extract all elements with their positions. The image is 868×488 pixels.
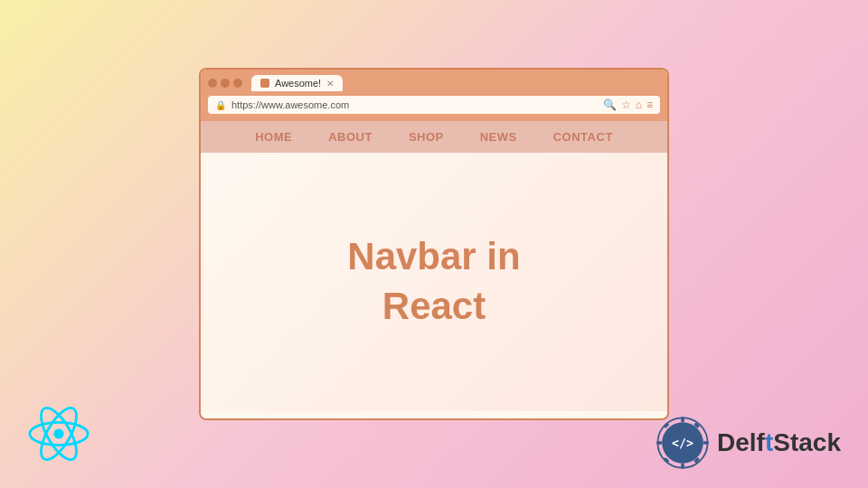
title-line2: React [382,285,486,327]
ribbon-left-fold [199,153,201,164]
delft-brand-stack: Stack [773,428,841,456]
delft-icon: </> [656,416,710,470]
browser-tab[interactable]: Awesome! ✕ [251,75,343,91]
svg-rect-6 [681,417,684,422]
ribbon-right-fold [667,153,669,164]
menu-icon[interactable]: ≡ [646,99,653,111]
svg-rect-10 [664,422,670,428]
nav-item-news[interactable]: NEWS [480,130,517,144]
nav-item-shop[interactable]: SHOP [409,130,444,144]
svg-rect-9 [703,441,709,445]
browser-dots [208,79,242,88]
home-icon[interactable]: ⌂ [636,99,642,111]
address-favicon-icon: 🔒 [215,100,226,110]
browser-content: Navbar in React [201,153,667,411]
star-icon[interactable]: ☆ [621,99,631,111]
svg-rect-12 [664,457,670,464]
navbar-ribbon: HOME ABOUT SHOP NEWS CONTACT [201,121,667,153]
nav-item-about[interactable]: ABOUT [328,130,373,144]
svg-text:</>: </> [672,436,693,450]
nav-items: HOME ABOUT SHOP NEWS CONTACT [255,130,613,144]
react-logo [27,402,90,465]
dot-green [233,79,242,88]
address-bar-icons: 🔍 ☆ ⌂ ≡ [603,99,653,111]
title-line1: Navbar in [347,235,520,277]
tab-close-icon[interactable]: ✕ [326,79,334,89]
svg-rect-8 [656,441,662,445]
browser-chrome: Awesome! ✕ 🔒 https://www.awesome.com 🔍 ☆… [201,70,667,121]
main-title: Navbar in React [347,232,520,331]
dot-red [208,79,217,88]
address-url: https://www.awesome.com [231,99,598,110]
browser-titlebar: Awesome! ✕ [208,75,660,91]
nav-item-home[interactable]: HOME [255,130,292,144]
nav-item-contact[interactable]: CONTACT [553,130,613,144]
browser-window: Awesome! ✕ 🔒 https://www.awesome.com 🔍 ☆… [199,68,669,420]
search-icon[interactable]: 🔍 [603,99,617,111]
delft-brand-delt: Delf [717,428,765,456]
tab-favicon [260,79,269,88]
browser-addressbar[interactable]: 🔒 https://www.awesome.com 🔍 ☆ ⌂ ≡ [208,96,660,114]
svg-rect-7 [681,464,684,469]
delft-brand-text: DelftStack [717,428,841,457]
svg-point-0 [53,428,63,438]
delft-logo: </> DelftStack [656,416,841,470]
delft-brand-t: t [765,428,773,456]
dot-yellow [221,79,230,88]
tab-title: Awesome! [275,78,321,89]
